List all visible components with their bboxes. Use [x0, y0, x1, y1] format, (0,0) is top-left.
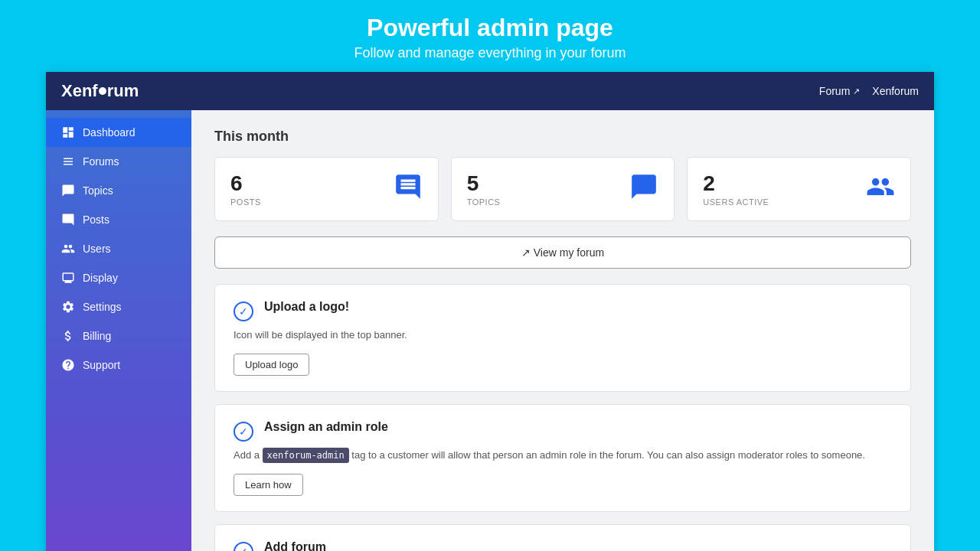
dashboard-icon — [61, 126, 75, 139]
task-card-assign-admin: ✓ Assign an admin role Add a xenforum-ad… — [214, 404, 911, 512]
sidebar-label-display: Display — [83, 272, 118, 284]
stat-left-topics: 5 TOPICS — [467, 171, 501, 207]
task-card-upload-logo: ✓ Upload a logo! Icon will be displayed … — [214, 284, 911, 392]
posts-stat-icon — [394, 172, 423, 207]
xenforum-label: Xenforum — [872, 85, 919, 97]
stat-number-posts: 6 — [230, 171, 261, 196]
task-card-add-forum: ✓ Add forum We added some sample forums.… — [214, 524, 911, 552]
navbar: Xenfrum Forum ↗ Xenforum — [46, 72, 934, 110]
task-desc-before: Add a — [234, 449, 263, 461]
logo-dot — [99, 87, 106, 95]
stats-row: 6 POSTS 5 TOPICS — [214, 157, 911, 221]
main-content: This month 6 POSTS 5 — [191, 110, 934, 551]
admin-tag: xenforum-admin — [263, 448, 349, 463]
task-title-upload: Upload a logo! — [264, 300, 349, 314]
stat-label-posts: POSTS — [230, 197, 261, 207]
section-title: This month — [214, 129, 911, 145]
sidebar-label-settings: Settings — [83, 301, 122, 313]
display-icon — [61, 271, 75, 285]
sidebar-item-billing[interactable]: Billing — [46, 321, 191, 350]
stat-label-users: USERS ACTIVE — [703, 197, 769, 207]
task-check-forum: ✓ — [234, 542, 253, 552]
sidebar-item-display[interactable]: Display — [46, 263, 191, 292]
stat-left-posts: 6 POSTS — [230, 171, 261, 207]
stat-number-users: 2 — [703, 171, 769, 196]
sidebar-label-forums: Forums — [83, 155, 119, 168]
checkmark-icon-admin: ✓ — [239, 425, 248, 438]
external-link-icon: ↗ — [853, 86, 860, 96]
sidebar-label-support: Support — [83, 359, 120, 371]
sidebar-item-forums[interactable]: Forums — [46, 147, 191, 176]
users-stat-icon — [866, 172, 895, 207]
sidebar-item-support[interactable]: Support — [46, 350, 191, 380]
support-icon — [61, 358, 75, 372]
task-title-forum: Add forum — [264, 540, 326, 552]
task-desc-admin: Add a xenforum-admin tag to a customer w… — [234, 448, 892, 463]
app-container: Xenfrum Forum ↗ Xenforum Dashboard — [46, 72, 934, 551]
sidebar-label-topics: Topics — [83, 184, 113, 197]
topics-icon — [61, 184, 75, 197]
sidebar-item-dashboard[interactable]: Dashboard — [46, 118, 191, 147]
task-title-admin: Assign an admin role — [264, 420, 388, 434]
banner-subtitle: Follow and manage everything in your for… — [0, 45, 980, 61]
sidebar-item-users[interactable]: Users — [46, 234, 191, 263]
forums-icon — [61, 155, 75, 168]
sidebar-label-posts: Posts — [83, 214, 109, 226]
posts-icon — [61, 213, 75, 227]
sidebar-item-topics[interactable]: Topics — [46, 176, 191, 205]
sidebar-label-users: Users — [83, 243, 111, 255]
stat-card-users: 2 USERS ACTIVE — [687, 157, 911, 221]
stat-left-users: 2 USERS ACTIVE — [703, 171, 769, 207]
users-icon — [61, 242, 75, 256]
banner-title: Powerful admin page — [0, 14, 980, 42]
top-banner: Powerful admin page Follow and manage ev… — [0, 0, 980, 72]
checkmark-icon-forum: ✓ — [239, 546, 248, 552]
learn-how-button[interactable]: Learn how — [234, 474, 303, 496]
task-header-forum: ✓ Add forum — [234, 540, 892, 552]
task-desc-after: tag to a customer will allow that person… — [349, 449, 865, 461]
external-icon: ↗ — [521, 246, 534, 259]
task-header-admin: ✓ Assign an admin role — [234, 420, 892, 442]
topics-stat-icon — [629, 172, 658, 207]
sidebar-label-dashboard: Dashboard — [83, 126, 136, 139]
settings-icon — [61, 300, 75, 314]
navbar-logo: Xenfrum — [61, 81, 139, 101]
sidebar-item-settings[interactable]: Settings — [46, 292, 191, 321]
billing-icon — [61, 329, 75, 343]
checkmark-icon: ✓ — [239, 305, 248, 318]
sidebar-item-posts[interactable]: Posts — [46, 205, 191, 234]
stat-number-topics: 5 — [467, 171, 501, 196]
sidebar-label-billing: Billing — [83, 330, 111, 342]
view-forum-button[interactable]: ↗ View my forum — [214, 236, 911, 269]
stat-card-posts: 6 POSTS — [214, 157, 439, 221]
task-check-admin: ✓ — [234, 422, 253, 442]
stat-card-topics: 5 TOPICS — [451, 157, 675, 221]
task-check-upload: ✓ — [234, 302, 253, 321]
upload-logo-button[interactable]: Upload logo — [234, 354, 309, 376]
main-layout: Dashboard Forums Topics Posts — [46, 110, 934, 551]
stat-label-topics: TOPICS — [467, 197, 501, 207]
task-header-upload: ✓ Upload a logo! — [234, 300, 892, 321]
sidebar: Dashboard Forums Topics Posts — [46, 110, 191, 551]
navbar-right: Forum ↗ Xenforum — [819, 85, 919, 97]
task-desc-upload: Icon will be displayed in the top banner… — [234, 328, 892, 343]
forum-link[interactable]: Forum ↗ — [819, 85, 860, 97]
